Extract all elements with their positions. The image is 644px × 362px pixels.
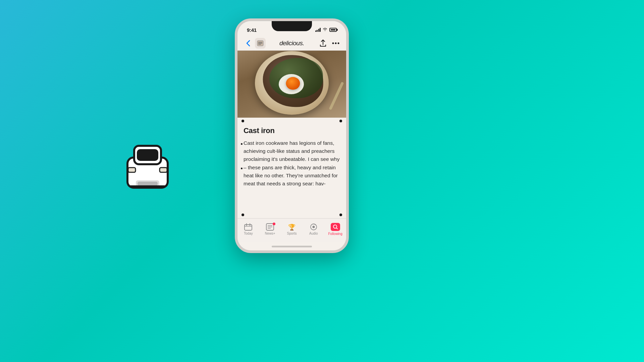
- home-bar: [272, 246, 312, 247]
- article-content: Cast iron Cast iron cookware has legions…: [237, 51, 346, 218]
- article-body: Cast iron cookware has legions of fans, …: [244, 139, 340, 188]
- tab-sports[interactable]: 🏆 Sports: [281, 223, 303, 235]
- home-indicator: [237, 242, 346, 250]
- article-text-area: Cast iron Cast iron cookware has legions…: [237, 122, 346, 214]
- following-icon: [331, 223, 340, 231]
- status-icons: [315, 27, 337, 32]
- article-image: [237, 51, 346, 118]
- tab-bar: Today News+ �: [237, 218, 346, 242]
- more-button[interactable]: [331, 38, 341, 48]
- sports-icon: 🏆: [287, 223, 296, 231]
- svg-rect-2: [137, 149, 158, 161]
- tab-sports-label: Sports: [287, 232, 297, 235]
- svg-rect-5: [160, 168, 167, 172]
- status-bar: 9:41: [237, 21, 346, 36]
- tab-news[interactable]: News+: [259, 223, 281, 235]
- car-illustration: [121, 131, 174, 198]
- signal-icon: [315, 28, 321, 32]
- phone-device: 9:41: [235, 18, 349, 253]
- food-photo: [237, 51, 346, 118]
- svg-point-25: [312, 226, 315, 228]
- news-badge: [273, 223, 275, 225]
- notch: [272, 21, 312, 31]
- article-source-title: delicious.: [266, 40, 318, 47]
- tab-following[interactable]: Following: [324, 223, 346, 236]
- svg-rect-6: [138, 182, 158, 186]
- nav-bar: delicious.: [237, 36, 346, 51]
- battery-icon: [329, 28, 337, 32]
- carousel-dot-right[interactable]: [339, 120, 342, 122]
- svg-line-27: [336, 228, 337, 229]
- today-icon: [244, 223, 252, 231]
- tab-following-label: Following: [328, 232, 342, 236]
- article-body-text: Cast iron cookware has legions of fans, …: [244, 140, 339, 162]
- svg-rect-4: [128, 168, 136, 172]
- slide-indicator-left[interactable]: [241, 214, 244, 216]
- svg-rect-15: [245, 225, 252, 230]
- status-time: 9:41: [247, 27, 257, 33]
- article-body-text-2: – these pans are thick, heavy and retain…: [244, 165, 338, 186]
- nav-actions: [318, 38, 341, 48]
- wifi-icon: [323, 27, 327, 32]
- tab-audio-label: Audio: [309, 232, 318, 235]
- article-title: Cast iron: [244, 126, 340, 135]
- source-icon: [255, 38, 266, 49]
- tab-news-label: News+: [265, 232, 275, 235]
- share-button[interactable]: [318, 38, 328, 48]
- audio-icon: [309, 223, 318, 231]
- svg-point-13: [335, 42, 337, 44]
- svg-point-14: [338, 42, 339, 44]
- phone-frame: 9:41: [235, 18, 349, 253]
- carousel-dot-left[interactable]: [241, 120, 244, 122]
- tab-today[interactable]: Today: [237, 223, 259, 235]
- tab-today-label: Today: [244, 232, 253, 235]
- svg-text:🏆: 🏆: [288, 224, 296, 231]
- tab-audio[interactable]: Audio: [303, 223, 324, 235]
- svg-point-12: [332, 42, 334, 44]
- slide-indicator-right[interactable]: [339, 214, 342, 216]
- back-button[interactable]: [243, 38, 254, 49]
